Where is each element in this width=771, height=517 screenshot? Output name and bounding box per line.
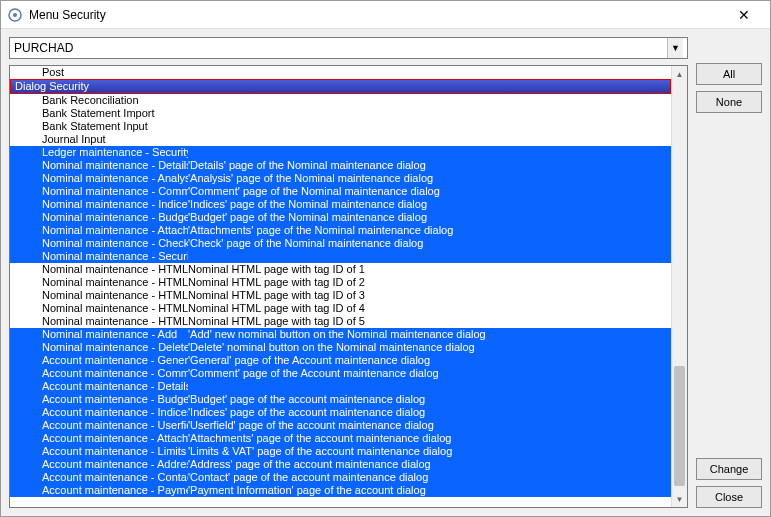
item-label: Account maintenance - General: [12, 354, 188, 367]
list-item[interactable]: Nominal maintenance - HTML tag 1Nominal …: [10, 263, 671, 276]
item-description: Nominal HTML page with tag ID of 5: [188, 315, 671, 328]
close-icon[interactable]: ✕: [724, 1, 764, 29]
item-label: Nominal maintenance - Check: [12, 237, 188, 250]
list-item[interactable]: Nominal maintenance - Attachments'Attach…: [10, 224, 671, 237]
list-item[interactable]: Nominal maintenance - Check'Check' page …: [10, 237, 671, 250]
item-label: Nominal maintenance - HTML tag 4: [12, 302, 188, 315]
close-button[interactable]: Close: [696, 486, 762, 508]
item-label: Account maintenance - Contact: [12, 471, 188, 484]
list-item[interactable]: Bank Statement Input: [10, 120, 671, 133]
scroll-thumb[interactable]: [674, 366, 685, 486]
item-label: Bank Reconciliation: [12, 94, 188, 107]
right-button-panel: All None Change Close: [696, 37, 762, 508]
list-item[interactable]: Bank Reconciliation: [10, 94, 671, 107]
list-item[interactable]: Account maintenance - Attachments'Attach…: [10, 432, 671, 445]
vertical-scrollbar[interactable]: ▲ ▼: [671, 66, 687, 507]
chevron-down-icon[interactable]: ▼: [667, 38, 683, 58]
list-item[interactable]: Account maintenance - Address'Address' p…: [10, 458, 671, 471]
item-label: Nominal maintenance - Security: [12, 250, 188, 263]
item-description: 'Budget' page of the account maintenance…: [188, 393, 671, 406]
list-item[interactable]: Account maintenance - Payment Informatio…: [10, 484, 671, 497]
item-label: Nominal maintenance - HTML tag 5: [12, 315, 188, 328]
list-item[interactable]: Account maintenance - Userfields'Userfie…: [10, 419, 671, 432]
list-item[interactable]: Account maintenance - Limits'Limits & VA…: [10, 445, 671, 458]
item-description: Nominal HTML page with tag ID of 3: [188, 289, 671, 302]
item-description: [189, 80, 670, 93]
item-description: 'Add' new nominal button on the Nominal …: [188, 328, 671, 341]
item-label: Account maintenance - Payment Informatio…: [12, 484, 188, 497]
dialog-body: PURCHAD ▼ PostDialog SecurityBank Reconc…: [1, 29, 770, 516]
list-item[interactable]: Account maintenance - Comment'Comment' p…: [10, 367, 671, 380]
item-description: 'Check' page of the Nominal maintenance …: [188, 237, 671, 250]
item-description: 'Indices' page of the Nominal maintenanc…: [188, 198, 671, 211]
section-header[interactable]: Dialog Security: [10, 79, 671, 94]
item-label: Nominal maintenance - Add: [12, 328, 188, 341]
item-description: [188, 120, 671, 133]
item-label: Account maintenance - Userfields: [12, 419, 188, 432]
item-description: 'Delete' nominal button on the Nominal m…: [188, 341, 671, 354]
item-description: 'Comment' page of the Account maintenanc…: [188, 367, 671, 380]
item-label: Nominal maintenance - Analysis: [12, 172, 188, 185]
item-description: 'Address' page of the account maintenanc…: [188, 458, 671, 471]
item-description: 'Payment Information' page of the accoun…: [188, 484, 671, 497]
item-label: Ledger maintenance - Security: [12, 146, 188, 159]
item-description: 'Comment' page of the Nominal maintenanc…: [188, 185, 671, 198]
item-description: [188, 94, 671, 107]
all-button[interactable]: All: [696, 63, 762, 85]
list-item[interactable]: Nominal maintenance - Delete'Delete' nom…: [10, 341, 671, 354]
list-item[interactable]: Post: [10, 66, 671, 79]
item-description: 'Budget' page of the Nominal maintenance…: [188, 211, 671, 224]
item-label: Account maintenance - Details: [12, 380, 188, 393]
list-item[interactable]: Account maintenance - Contact'Contact' p…: [10, 471, 671, 484]
item-label: Account maintenance - Budgets: [12, 393, 188, 406]
svg-point-1: [13, 13, 17, 17]
item-label: Dialog Security: [13, 80, 189, 93]
list-item[interactable]: Bank Statement Import: [10, 107, 671, 120]
item-description: 'Indices' page of the account maintenanc…: [188, 406, 671, 419]
scroll-down-icon[interactable]: ▼: [672, 491, 687, 507]
scroll-up-icon[interactable]: ▲: [672, 66, 687, 82]
list-item[interactable]: Nominal maintenance - Security: [10, 250, 671, 263]
item-description: Nominal HTML page with tag ID of 2: [188, 276, 671, 289]
list-item[interactable]: Nominal maintenance - HTML tag 5Nominal …: [10, 315, 671, 328]
item-label: Nominal maintenance - Details: [12, 159, 188, 172]
item-description: 'General' page of the Account maintenanc…: [188, 354, 671, 367]
item-label: Account maintenance - Address: [12, 458, 188, 471]
item-description: 'Details' page of the Nominal maintenanc…: [188, 159, 671, 172]
list-item[interactable]: Nominal maintenance - Analysis'Analysis'…: [10, 172, 671, 185]
item-description: 'Contact' page of the account maintenanc…: [188, 471, 671, 484]
list-item[interactable]: Account maintenance - Budgets'Budget' pa…: [10, 393, 671, 406]
item-label: Nominal maintenance - Indices: [12, 198, 188, 211]
list-item[interactable]: Nominal maintenance - Add'Add' new nomin…: [10, 328, 671, 341]
list-item[interactable]: Nominal maintenance - HTML tag 4Nominal …: [10, 302, 671, 315]
list-item[interactable]: Nominal maintenance - Details'Details' p…: [10, 159, 671, 172]
item-description: [188, 107, 671, 120]
change-button[interactable]: Change: [696, 458, 762, 480]
item-description: [188, 66, 671, 79]
combo-value: PURCHAD: [14, 41, 667, 55]
item-description: Nominal HTML page with tag ID of 4: [188, 302, 671, 315]
list-item[interactable]: Account maintenance - Details: [10, 380, 671, 393]
window-title: Menu Security: [29, 8, 724, 22]
list-item[interactable]: Nominal maintenance - HTML tag 2Nominal …: [10, 276, 671, 289]
item-label: Nominal maintenance - Budget: [12, 211, 188, 224]
list-item[interactable]: Nominal maintenance - Indices'Indices' p…: [10, 198, 671, 211]
list-item[interactable]: Account maintenance - General'General' p…: [10, 354, 671, 367]
none-button[interactable]: None: [696, 91, 762, 113]
list-item[interactable]: Nominal maintenance - Comment'Comment' p…: [10, 185, 671, 198]
item-description: 'Limits & VAT' page of the account maint…: [188, 445, 671, 458]
list-item[interactable]: Journal Input: [10, 133, 671, 146]
list-item[interactable]: Ledger maintenance - Security: [10, 146, 671, 159]
list-item[interactable]: Account maintenance - Indices'Indices' p…: [10, 406, 671, 419]
security-list: PostDialog SecurityBank ReconciliationBa…: [9, 65, 688, 508]
item-description: [188, 250, 671, 263]
item-label: Bank Statement Import: [12, 107, 188, 120]
list-item[interactable]: Nominal maintenance - HTML tag 3Nominal …: [10, 289, 671, 302]
list-viewport[interactable]: PostDialog SecurityBank ReconciliationBa…: [10, 66, 671, 507]
user-combo[interactable]: PURCHAD ▼: [9, 37, 688, 59]
item-description: 'Attachments' page of the Nominal mainte…: [188, 224, 671, 237]
item-description: [188, 133, 671, 146]
item-description: [188, 380, 671, 393]
list-item[interactable]: Nominal maintenance - Budget'Budget' pag…: [10, 211, 671, 224]
item-label: Bank Statement Input: [12, 120, 188, 133]
